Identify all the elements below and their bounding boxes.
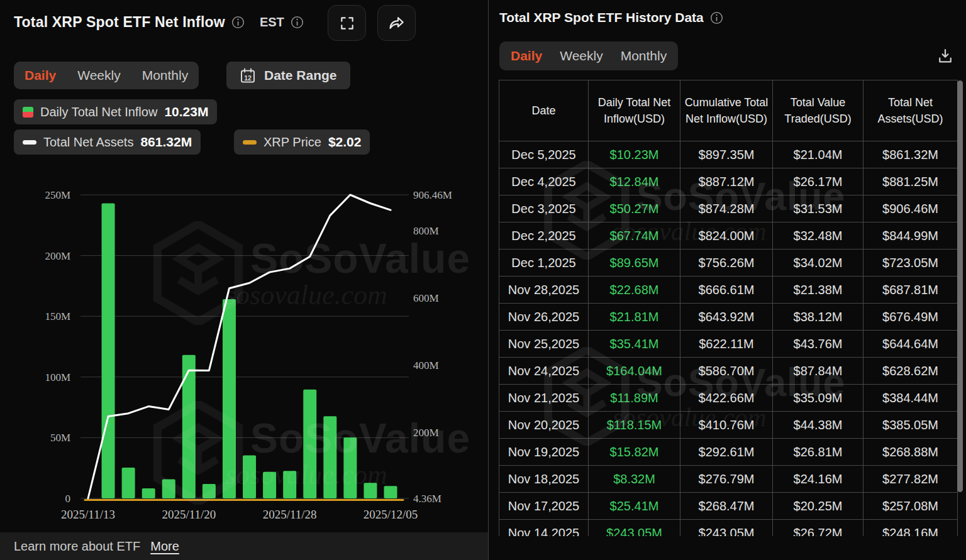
value-cell: $887.12M <box>680 168 773 195</box>
inflow-bar[interactable] <box>203 484 216 498</box>
inflow-bar[interactable] <box>263 472 276 498</box>
inflow-bar[interactable] <box>283 471 296 498</box>
bar-series-icon <box>23 107 33 118</box>
xrp-etf-dashboard: Total XRP Spot ETF Net Inflow EST <box>0 0 966 560</box>
calendar-icon: 12 <box>240 67 256 84</box>
date-cell: Nov 21,2025 <box>499 385 589 412</box>
x-axis-tick: 2025/11/20 <box>162 508 216 521</box>
share-button[interactable] <box>377 5 416 41</box>
footer-more-link[interactable]: More <box>150 539 179 554</box>
inflow-bar[interactable] <box>323 416 336 498</box>
history-table: DateDaily Total Net Inflow(USD)Cumulativ… <box>499 80 958 536</box>
tab-monthly[interactable]: Monthly <box>142 68 189 83</box>
inflow-bar[interactable] <box>122 468 135 498</box>
column-header: Total Value Traded(USD) <box>773 80 863 141</box>
x-axis-tick: 2025/12/05 <box>364 508 418 521</box>
legend-xrp-price[interactable]: XRP Price $2.02 <box>234 129 370 155</box>
value-cell: $164.04M <box>589 358 680 385</box>
share-icon <box>388 14 405 31</box>
inflow-bar[interactable] <box>364 483 377 498</box>
inflow-bar[interactable] <box>162 479 175 498</box>
table-header-row: DateDaily Total Net Inflow(USD)Cumulativ… <box>499 80 957 141</box>
value-cell: $248.16M <box>863 520 957 536</box>
table-title-row: Total XRP Spot ETF History Data <box>499 10 723 25</box>
value-cell: $881.25M <box>863 168 957 195</box>
value-cell: $35.09M <box>773 385 863 412</box>
legend-daily-net-inflow[interactable]: Daily Total Net Inflow 10.23M <box>14 99 217 124</box>
info-icon[interactable] <box>710 11 723 25</box>
table-row: Nov 17,2025$25.41M$268.47M$20.25M$257.08… <box>499 493 957 520</box>
value-cell: $26.72M <box>773 520 863 536</box>
chart-period-tabs: DailyWeeklyMonthly <box>14 62 199 89</box>
value-cell: $277.82M <box>863 466 957 493</box>
date-cell: Dec 5,2025 <box>499 141 589 168</box>
date-cell: Dec 1,2025 <box>499 250 589 277</box>
left-axis-tick: 100M <box>45 371 70 383</box>
value-cell: $31.53M <box>773 195 863 222</box>
value-cell: $11.89M <box>589 385 680 412</box>
value-cell: $89.65M <box>589 250 680 277</box>
value-cell: $243.05M <box>680 520 773 536</box>
tab-daily[interactable]: Daily <box>25 68 56 83</box>
fullscreen-button[interactable] <box>328 5 366 41</box>
right-axis-tick: 4.36M <box>413 493 441 505</box>
value-cell: $268.88M <box>863 439 957 466</box>
table-row: Dec 3,2025$50.27M$874.28M$31.53M$906.46M <box>499 195 957 222</box>
right-axis-tick: 600M <box>413 292 439 304</box>
inflow-bar[interactable] <box>223 299 236 498</box>
table-body: Dec 5,2025$10.23M$897.35M$21.04M$861.32M… <box>499 141 957 536</box>
date-range-button[interactable]: 12 Date Range <box>226 62 350 89</box>
table-row: Nov 25,2025$35.41M$622.11M$43.76M$644.64… <box>499 331 957 358</box>
value-cell: $644.64M <box>863 331 957 358</box>
left-axis-tick: 150M <box>45 310 70 322</box>
date-cell: Nov 20,2025 <box>499 412 589 439</box>
value-cell: $422.66M <box>680 385 773 412</box>
inflow-bar[interactable] <box>243 456 256 498</box>
value-cell: $897.35M <box>680 141 773 168</box>
value-cell: $50.27M <box>589 195 680 222</box>
tab-weekly[interactable]: Weekly <box>560 48 602 63</box>
left-axis-tick: 50M <box>50 432 70 444</box>
tab-monthly[interactable]: Monthly <box>621 48 667 63</box>
value-cell: $666.61M <box>680 277 773 304</box>
inflow-bar[interactable] <box>142 488 155 498</box>
info-icon[interactable] <box>231 16 245 29</box>
value-cell: $687.81M <box>863 277 957 304</box>
chart-area[interactable]: 250M200M150M100M50M0906.46M800M600M400M2… <box>0 176 488 531</box>
value-cell: $21.38M <box>773 277 863 304</box>
table-row: Dec 4,2025$12.84M$887.12M$26.17M$881.25M <box>499 168 957 195</box>
date-cell: Nov 18,2025 <box>499 466 589 493</box>
inflow-bar[interactable] <box>384 486 397 498</box>
column-header: Date <box>499 80 589 141</box>
value-cell: $20.25M <box>773 493 863 520</box>
date-cell: Nov 26,2025 <box>499 304 589 331</box>
inflow-bar[interactable] <box>182 355 196 498</box>
value-cell: $44.38M <box>773 412 863 439</box>
value-cell: $676.49M <box>863 304 957 331</box>
value-cell: $67.74M <box>589 222 680 250</box>
legend-total-net-assets[interactable]: Total Net Assets 861.32M <box>14 129 201 155</box>
value-cell: $824.00M <box>680 222 773 250</box>
date-cell: Nov 19,2025 <box>499 439 589 466</box>
value-cell: $118.15M <box>589 412 680 439</box>
value-cell: $87.84M <box>773 358 863 385</box>
inflow-bar[interactable] <box>343 437 357 498</box>
tab-daily[interactable]: Daily <box>511 48 542 63</box>
download-button[interactable] <box>935 45 956 67</box>
chart-panel-title: Total XRP Spot ETF Net Inflow <box>14 14 225 31</box>
chart-title-row: Total XRP Spot ETF Net Inflow EST <box>14 14 304 31</box>
assets-line-icon <box>23 140 36 145</box>
inflow-bar[interactable] <box>303 390 316 498</box>
table-scrollbar[interactable] <box>957 80 963 492</box>
table-row: Nov 28,2025$22.68M$666.61M$21.38M$687.81… <box>499 277 957 304</box>
value-cell: $24.16M <box>773 466 863 493</box>
timezone-info-icon[interactable] <box>291 16 304 29</box>
timezone-label: EST <box>260 15 284 30</box>
table-panel-title: Total XRP Spot ETF History Data <box>499 10 704 25</box>
value-cell: $257.08M <box>863 493 957 520</box>
legend-value: 861.32M <box>140 135 192 150</box>
table-row: Nov 19,2025$15.82M$292.61M$26.81M$268.88… <box>499 439 957 466</box>
tab-weekly[interactable]: Weekly <box>77 68 120 83</box>
table-period-tabs: DailyWeeklyMonthly <box>499 41 678 70</box>
inflow-bar[interactable] <box>102 203 115 498</box>
